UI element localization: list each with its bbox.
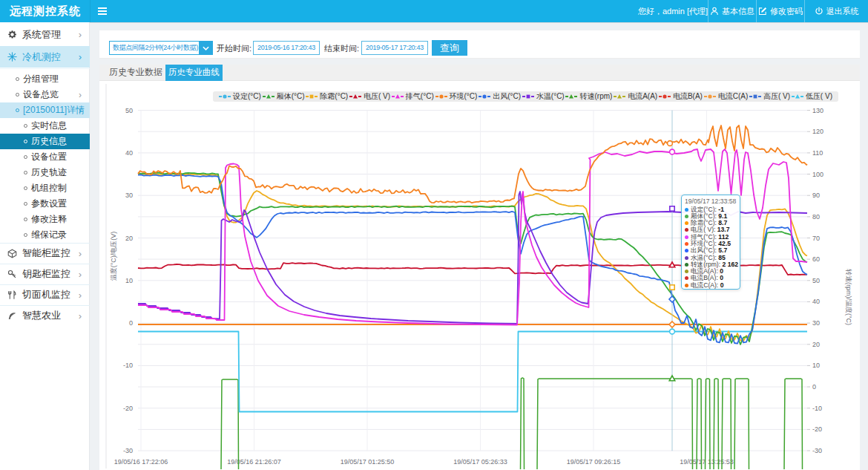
svg-text:-10: -10 — [123, 362, 133, 369]
svg-text:19/05/16 17:22:06: 19/05/16 17:22:06 — [114, 458, 168, 466]
svg-text:20: 20 — [812, 341, 820, 348]
svg-text:转速(rpm)/温度(°C): 转速(rpm)/温度(°C) — [845, 269, 852, 325]
svg-text:90: 90 — [812, 192, 820, 199]
svg-text:70: 70 — [812, 235, 820, 242]
svg-text:0: 0 — [129, 319, 133, 327]
svg-text:-20: -20 — [123, 405, 133, 412]
svg-text:10: 10 — [812, 362, 820, 369]
svg-text:130: 130 — [812, 107, 823, 114]
svg-text:19/05/16 21:26:07: 19/05/16 21:26:07 — [227, 458, 281, 466]
svg-text:19/05/17 01:25:50: 19/05/17 01:25:50 — [341, 458, 395, 466]
svg-text:60: 60 — [812, 255, 820, 263]
svg-text:30: 30 — [812, 319, 820, 327]
svg-text:20: 20 — [125, 235, 133, 242]
svg-text:19/05/17 09:26:15: 19/05/17 09:26:15 — [567, 458, 621, 466]
svg-text:-10: -10 — [812, 405, 822, 412]
svg-text:0: 0 — [812, 383, 816, 391]
svg-text:120: 120 — [812, 128, 823, 135]
svg-text:40: 40 — [812, 298, 820, 305]
svg-text:-30: -30 — [812, 447, 822, 454]
svg-text:19/05/17 13:25:53: 19/05/17 13:25:53 — [680, 458, 734, 466]
svg-text:10: 10 — [125, 277, 133, 284]
svg-text:-30: -30 — [123, 447, 133, 454]
svg-text:40: 40 — [125, 149, 133, 157]
svg-text:50: 50 — [812, 277, 820, 284]
svg-text:100: 100 — [812, 171, 823, 178]
svg-text:30: 30 — [125, 192, 133, 199]
svg-text:110: 110 — [812, 149, 823, 157]
svg-text:80: 80 — [812, 213, 820, 221]
svg-text:50: 50 — [125, 107, 133, 114]
svg-text:-20: -20 — [812, 425, 822, 433]
svg-text:温度(°C)/电压(V): 温度(°C)/电压(V) — [110, 232, 117, 281]
svg-text:19/05/17 05:26:33: 19/05/17 05:26:33 — [453, 458, 507, 466]
